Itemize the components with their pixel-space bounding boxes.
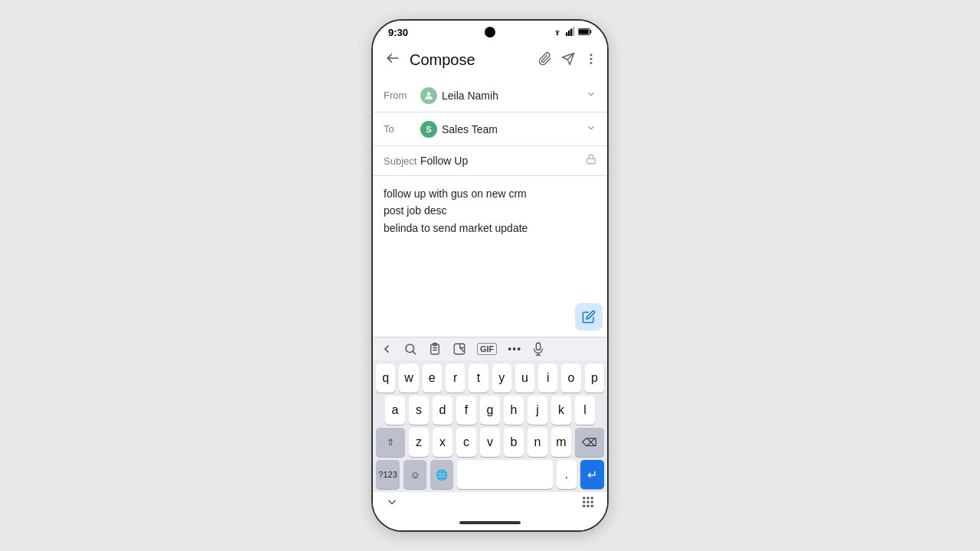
more-button[interactable] — [584, 52, 598, 69]
key-p[interactable]: p — [585, 364, 604, 393]
svg-line-16 — [413, 351, 415, 354]
key-s[interactable]: s — [409, 396, 429, 425]
key-e[interactable]: e — [423, 364, 442, 393]
mic-button[interactable] — [532, 342, 544, 356]
nav-grid-button[interactable] — [581, 495, 595, 512]
key-a[interactable]: a — [385, 396, 405, 425]
svg-rect-21 — [454, 344, 465, 354]
svg-point-15 — [406, 344, 414, 353]
key-l[interactable]: l — [575, 396, 595, 425]
num-key[interactable]: ?123 — [376, 460, 400, 489]
key-x[interactable]: x — [433, 428, 452, 457]
camera-notch — [485, 27, 495, 37]
to-field-row[interactable]: To S Sales Team — [373, 112, 607, 146]
keyboard-toolbar: GIF ••• — [373, 337, 607, 360]
svg-rect-28 — [583, 501, 585, 504]
clipboard-button[interactable] — [428, 342, 442, 356]
svg-point-12 — [590, 61, 593, 64]
svg-rect-1 — [566, 32, 567, 36]
key-w[interactable]: w — [399, 364, 418, 393]
lock-icon — [586, 154, 596, 168]
send-button[interactable] — [561, 52, 575, 69]
backspace-key[interactable]: ⌫ — [575, 428, 604, 457]
from-avatar — [420, 87, 437, 104]
svg-rect-29 — [587, 501, 590, 504]
phone-frame: 9:30 — [371, 19, 609, 532]
back-button[interactable] — [382, 47, 403, 73]
nav-bar — [373, 492, 607, 518]
status-bar: 9:30 — [373, 21, 607, 41]
svg-point-10 — [590, 54, 593, 56]
status-icons — [552, 27, 592, 38]
key-o[interactable]: o — [561, 364, 580, 393]
compose-title: Compose — [410, 51, 532, 69]
wifi-icon — [552, 27, 563, 38]
key-r[interactable]: r — [446, 364, 465, 393]
gif-button[interactable]: GIF — [477, 343, 497, 355]
key-t[interactable]: t — [469, 364, 488, 393]
more-toolbar-button[interactable]: ••• — [508, 343, 521, 355]
svg-rect-27 — [591, 497, 593, 499]
email-form: From Leila Namih To S Sa — [373, 79, 607, 530]
svg-point-0 — [557, 34, 558, 35]
email-body[interactable]: follow up with gus on new crm post job d… — [373, 176, 607, 337]
key-k[interactable]: k — [551, 396, 571, 425]
key-i[interactable]: i — [538, 364, 557, 393]
app-bar: Compose — [373, 41, 607, 79]
key-u[interactable]: u — [515, 364, 534, 393]
keyboard-bottom-row: ?123 ☺ 🌐 . ↵ — [373, 457, 607, 492]
body-line3: belinda to send market update — [384, 220, 596, 236]
from-label: From — [384, 90, 420, 101]
svg-rect-14 — [587, 158, 596, 163]
key-b[interactable]: b — [504, 428, 524, 457]
key-j[interactable]: j — [528, 396, 547, 425]
svg-rect-4 — [573, 27, 574, 36]
key-h[interactable]: h — [504, 396, 524, 425]
svg-rect-6 — [590, 30, 591, 33]
globe-key[interactable]: 🌐 — [430, 460, 453, 489]
key-y[interactable]: y — [492, 364, 511, 393]
subject-label: Subject — [384, 155, 420, 167]
svg-rect-32 — [587, 505, 590, 507]
key-f[interactable]: f — [456, 396, 476, 425]
compose-fab-button[interactable] — [575, 303, 603, 331]
attach-button[interactable] — [538, 52, 552, 69]
key-m[interactable]: m — [551, 428, 571, 457]
search-button[interactable] — [403, 342, 417, 356]
battery-icon — [578, 28, 592, 38]
svg-point-11 — [590, 57, 593, 60]
key-q[interactable]: q — [376, 364, 395, 393]
key-c[interactable]: c — [456, 428, 476, 457]
from-field-row[interactable]: From Leila Namih — [373, 79, 607, 112]
home-indicator — [373, 518, 607, 530]
from-chevron-icon — [586, 89, 596, 103]
to-avatar: S — [420, 121, 437, 138]
to-chevron-icon — [586, 122, 596, 136]
key-g[interactable]: g — [480, 396, 500, 425]
key-v[interactable]: v — [480, 428, 500, 457]
svg-rect-7 — [579, 29, 589, 34]
keyboard-row3: ⇧ z x c v b n m ⌫ — [373, 425, 607, 457]
key-z[interactable]: z — [409, 428, 429, 457]
svg-rect-31 — [583, 505, 585, 507]
key-d[interactable]: d — [433, 396, 452, 425]
app-bar-icons — [538, 52, 598, 69]
keyboard-back-button[interactable] — [381, 343, 393, 355]
to-label: To — [384, 123, 420, 135]
key-n[interactable]: n — [528, 428, 547, 457]
signal-icon — [566, 27, 575, 38]
keyboard-row2: a s d f g h j k l — [373, 393, 607, 425]
from-name: Leila Namih — [442, 90, 498, 102]
period-key[interactable]: . — [557, 460, 577, 489]
subject-field-row[interactable]: Subject Follow Up — [373, 146, 607, 176]
subject-value: Follow Up — [420, 155, 586, 167]
space-key[interactable] — [457, 460, 553, 489]
sticker-button[interactable] — [452, 342, 466, 356]
svg-rect-25 — [583, 497, 585, 499]
nav-down-button[interactable] — [385, 495, 399, 512]
svg-rect-30 — [591, 501, 593, 504]
enter-key[interactable]: ↵ — [580, 460, 604, 489]
emoji-key[interactable]: ☺ — [403, 460, 426, 489]
shift-key[interactable]: ⇧ — [376, 428, 405, 457]
svg-rect-26 — [587, 497, 590, 499]
